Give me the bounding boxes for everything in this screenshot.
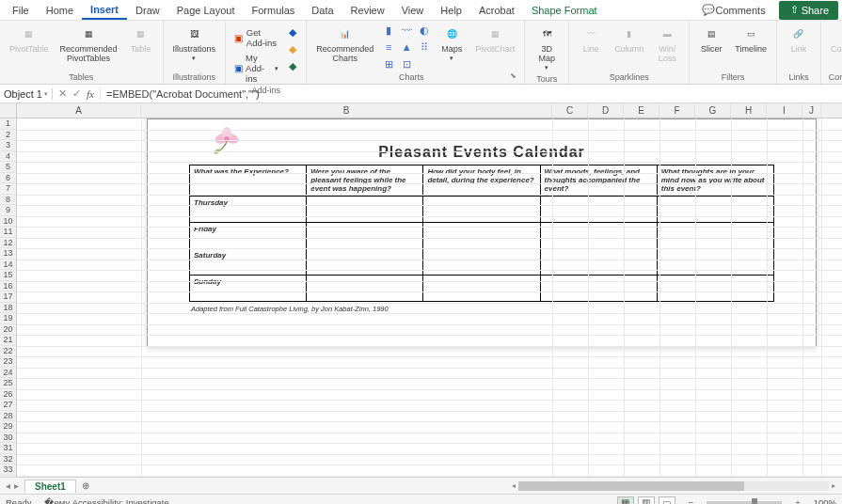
pivottable-button[interactable]: ▦PivotTable	[6, 23, 53, 56]
pivotchart-button[interactable]: ▦PivotChart	[471, 23, 518, 56]
menu-formulas[interactable]: Formulas	[244, 2, 304, 19]
get-addins-button[interactable]: ▣Get Add-ins	[231, 26, 281, 49]
recommended-charts-button[interactable]: 📊Recommended Charts	[312, 23, 377, 66]
view-normal-button[interactable]: ▦	[617, 496, 634, 505]
row-header-4[interactable]: 4	[0, 151, 16, 163]
row-header-3[interactable]: 3	[0, 140, 16, 151]
menu-home[interactable]: Home	[38, 2, 82, 19]
row-header-15[interactable]: 15	[0, 270, 16, 281]
add-sheet-button[interactable]: ⊕	[76, 480, 95, 491]
illustrations-button[interactable]: 🖼Illustrations▾	[169, 23, 220, 64]
my-addins-button[interactable]: ▣My Add-ins▾	[231, 52, 281, 85]
row-header-9[interactable]: 9	[0, 205, 16, 216]
menu-data[interactable]: Data	[303, 2, 342, 19]
bar-chart-icon[interactable]: ≡	[381, 39, 396, 55]
slicer-button[interactable]: ▤Slicer	[695, 23, 727, 56]
stock-chart-icon[interactable]: ⊞	[381, 56, 396, 71]
maps-button[interactable]: 🌐Maps▾	[436, 23, 468, 64]
zoom-in-button[interactable]: +	[795, 497, 801, 504]
row-header-30[interactable]: 30	[0, 433, 16, 444]
bing-maps-icon[interactable]: ◆	[285, 24, 300, 39]
menu-insert[interactable]: Insert	[82, 1, 127, 20]
row-header-20[interactable]: 20	[0, 324, 16, 336]
sparkline-line-button[interactable]: 〰Line	[575, 23, 607, 56]
name-box-dropdown-icon[interactable]: ▾	[44, 90, 48, 98]
row-header-24[interactable]: 24	[0, 368, 16, 379]
col-header-I[interactable]: I	[767, 103, 802, 118]
menu-draw[interactable]: Draw	[127, 2, 168, 19]
scroll-right-icon[interactable]: ▸	[829, 481, 838, 490]
menu-view[interactable]: View	[393, 2, 433, 19]
view-page-layout-button[interactable]: ▥	[638, 496, 655, 505]
timeline-button[interactable]: ▭Timeline	[731, 23, 771, 56]
col-header-G[interactable]: G	[695, 103, 731, 118]
name-box[interactable]: Object 1 ▾	[0, 88, 53, 100]
charts-dialog-launcher[interactable]: ⬊	[510, 71, 518, 84]
col-header-H[interactable]: H	[731, 103, 767, 118]
sparkline-winloss-button[interactable]: ▬Win/ Loss	[651, 23, 683, 66]
row-header-26[interactable]: 26	[0, 389, 16, 401]
row-header-7[interactable]: 7	[0, 183, 16, 195]
row-header-6[interactable]: 6	[0, 173, 16, 184]
scroll-left-icon[interactable]: ◂	[509, 481, 518, 490]
prev-sheet-icon[interactable]: ◂	[6, 480, 10, 491]
sparkline-column-button[interactable]: ▮Column	[611, 23, 647, 56]
share-button[interactable]: ⇧ Share	[779, 1, 838, 20]
row-header-23[interactable]: 23	[0, 356, 16, 368]
hscroll-thumb[interactable]	[518, 481, 744, 491]
pie-chart-icon[interactable]: ◐	[417, 23, 432, 38]
row-header-1[interactable]: 1	[0, 118, 16, 130]
row-header-31[interactable]: 31	[0, 443, 16, 454]
row-header-19[interactable]: 19	[0, 313, 16, 324]
table-button[interactable]: ▦Table	[125, 23, 157, 56]
cells-area[interactable]: Pleasant Events Calendar What was the Ex…	[17, 118, 842, 477]
enter-formula-icon[interactable]: ✓	[72, 87, 81, 100]
row-header-10[interactable]: 10	[0, 216, 16, 228]
row-header-11[interactable]: 11	[0, 227, 16, 238]
zoom-thumb[interactable]	[752, 498, 757, 505]
col-header-D[interactable]: D	[588, 103, 624, 118]
column-chart-icon[interactable]: ▮	[381, 23, 396, 38]
zoom-out-button[interactable]: −	[689, 497, 694, 504]
row-header-33[interactable]: 33	[0, 465, 16, 476]
row-header-5[interactable]: 5	[0, 162, 16, 173]
combo-chart-icon[interactable]: ⊡	[399, 56, 414, 71]
menu-review[interactable]: Review	[342, 2, 393, 19]
comments-button[interactable]: 💬 Comments	[694, 2, 772, 19]
col-header-C[interactable]: C	[552, 103, 588, 118]
select-all-corner[interactable]	[0, 103, 16, 118]
row-header-25[interactable]: 25	[0, 378, 16, 389]
col-header-F[interactable]: F	[659, 103, 695, 118]
row-header-14[interactable]: 14	[0, 260, 16, 271]
row-header-18[interactable]: 18	[0, 303, 16, 314]
row-header-17[interactable]: 17	[0, 291, 16, 303]
row-header-29[interactable]: 29	[0, 421, 16, 433]
menu-acrobat[interactable]: Acrobat	[470, 2, 523, 19]
fx-icon[interactable]: fx	[87, 88, 94, 100]
row-header-28[interactable]: 28	[0, 411, 16, 422]
comment-button[interactable]: 💬Comment	[827, 23, 842, 56]
zoom-value[interactable]: 100%	[814, 497, 836, 504]
row-header-2[interactable]: 2	[0, 130, 16, 141]
link-button[interactable]: 🔗Link	[783, 23, 815, 56]
col-header-B[interactable]: B	[141, 103, 552, 118]
area-chart-icon[interactable]: ▲	[399, 39, 414, 55]
status-accessibility[interactable]: �ему Accessibility: Investigate	[44, 497, 168, 504]
menu-page-layout[interactable]: Page Layout	[168, 2, 244, 19]
row-header-12[interactable]: 12	[0, 238, 16, 249]
zoom-slider[interactable]	[707, 501, 782, 505]
row-header-13[interactable]: 13	[0, 248, 16, 260]
line-chart-icon[interactable]: 〰	[399, 23, 414, 38]
col-header-E[interactable]: E	[624, 103, 659, 118]
sheet-nav[interactable]: ◂▸	[0, 480, 24, 491]
formula-input[interactable]: =EMBED("Acrobat Document","")	[101, 88, 842, 100]
col-header-A[interactable]: A	[17, 103, 141, 118]
view-page-break-button[interactable]: ▭	[659, 496, 675, 505]
horizontal-scrollbar[interactable]: ◂ ▸	[95, 481, 842, 491]
row-header-16[interactable]: 16	[0, 281, 16, 292]
sheet-tab-active[interactable]: Sheet1	[24, 480, 76, 493]
row-header-22[interactable]: 22	[0, 346, 16, 357]
next-sheet-icon[interactable]: ▸	[14, 480, 19, 491]
row-header-8[interactable]: 8	[0, 195, 16, 206]
visio-icon[interactable]: ◆	[285, 58, 300, 73]
